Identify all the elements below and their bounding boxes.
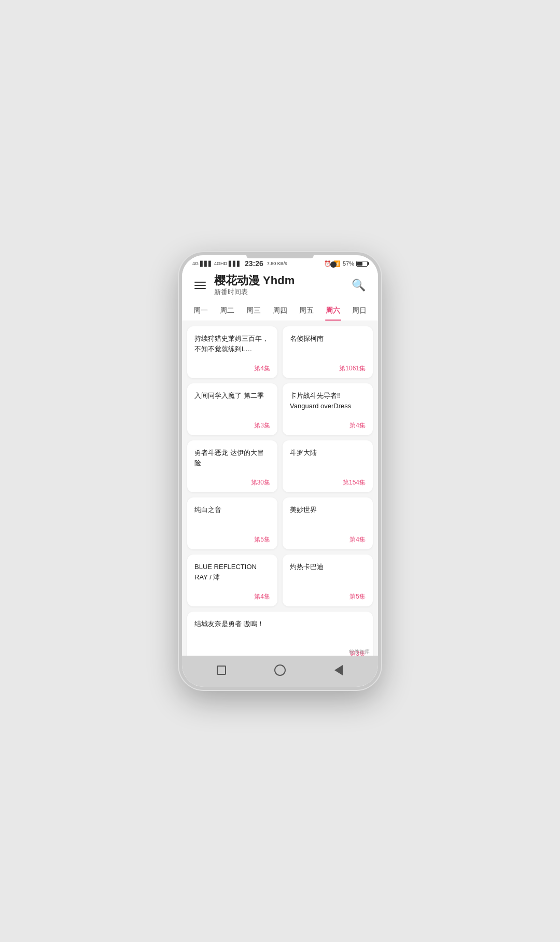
tab-friday[interactable]: 周五 (293, 302, 320, 321)
anime-card-6[interactable]: 斗罗大陆 第154集 (283, 440, 373, 492)
network-speed: 7.80 KB/s (267, 261, 287, 266)
battery-icon (356, 261, 368, 267)
anime-card-4[interactable]: 卡片战斗先导者!! Vanguard overDress 第4集 (283, 383, 373, 435)
tab-tuesday[interactable]: 周二 (214, 302, 240, 321)
anime-episode-4: 第4集 (290, 421, 366, 430)
battery-percent: 57% (343, 260, 354, 267)
anime-card-8[interactable]: 美妙世界 第4集 (283, 497, 373, 549)
nav-bar (182, 656, 378, 687)
menu-line-3 (194, 288, 206, 289)
anime-episode-1: 第4集 (194, 364, 270, 373)
anime-title-2: 名侦探柯南 (290, 334, 366, 344)
anime-card-1[interactable]: 持续狩猎史莱姆三百年，不知不觉就练到L… 第4集 (187, 326, 277, 378)
search-button[interactable]: 🔍 (349, 276, 368, 294)
anime-title-11: 结城友奈是勇者 嗷嗚！ (194, 619, 366, 629)
anime-card-3[interactable]: 入间同学入魔了 第二季 第3集 (187, 383, 277, 435)
anime-title-8: 美妙世界 (290, 505, 366, 515)
app-title-block: 樱花动漫 Yhdm 新番时间表 (214, 274, 349, 297)
anime-episode-8: 第4集 (290, 535, 366, 544)
nav-recent-button[interactable] (212, 661, 231, 680)
anime-title-9: BLUE REFLECTION RAY / 澪 (194, 562, 270, 582)
menu-line-2 (194, 285, 206, 286)
anime-episode-6: 第154集 (290, 478, 366, 487)
anime-episode-7: 第5集 (194, 535, 270, 544)
camera (330, 261, 337, 268)
tab-thursday[interactable]: 周四 (267, 302, 293, 321)
status-time: 23:26 (245, 259, 263, 268)
anime-title-3: 入间同学入魔了 第二季 (194, 391, 270, 401)
anime-title-4: 卡片战斗先导者!! Vanguard overDress (290, 391, 366, 411)
app-title: 樱花动漫 Yhdm (214, 274, 349, 287)
anime-episode-9: 第4集 (194, 592, 270, 601)
anime-title-5: 勇者斗恶龙 达伊的大冒险 (194, 448, 270, 468)
app-subtitle: 新番时间表 (214, 287, 349, 297)
status-bar: 4G ▋▋▋ 4GHD ▋▋▋ 23:26 7.80 KB/s ⏰ 📶 57% (182, 255, 378, 270)
signal-bars-1: ▋▋▋ (200, 261, 213, 267)
watermark-text: 软件智库 (349, 648, 370, 656)
anime-episode-11: 第3集 (194, 649, 366, 656)
anime-card-10[interactable]: 灼热卡巴迪 第5集 (283, 555, 373, 606)
anime-card-7[interactable]: 纯白之音 第5集 (187, 497, 277, 549)
content-area: 持续狩猎史莱姆三百年，不知不觉就练到L… 第4集 名侦探柯南 第1061集 入间… (182, 321, 378, 656)
tab-wednesday[interactable]: 周三 (240, 302, 267, 321)
anime-episode-3: 第3集 (194, 421, 270, 430)
nav-home-button[interactable] (271, 661, 289, 680)
anime-title-1: 持续狩猎史莱姆三百年，不知不觉就练到L… (194, 334, 270, 354)
anime-title-7: 纯白之音 (194, 505, 270, 515)
anime-card-9[interactable]: BLUE REFLECTION RAY / 澪 第4集 (187, 555, 277, 606)
anime-title-10: 灼热卡巴迪 (290, 562, 366, 572)
signal-bars-2: ▋▋▋ (229, 261, 241, 267)
anime-card-11[interactable]: 结城友奈是勇者 嗷嗚！ 第3集 (187, 612, 373, 656)
anime-title-6: 斗罗大陆 (290, 448, 366, 458)
tab-sunday[interactable]: 周日 (346, 302, 373, 321)
tab-saturday[interactable]: 周六 (320, 302, 346, 321)
anime-episode-5: 第30集 (194, 478, 270, 487)
status-left: 4G ▋▋▋ 4GHD ▋▋▋ 23:26 7.80 KB/s (192, 259, 287, 268)
nav-square-icon (217, 666, 226, 675)
nav-back-button[interactable] (329, 661, 348, 680)
nav-circle-icon (274, 664, 286, 676)
anime-episode-2: 第1061集 (290, 364, 366, 373)
app-header: 樱花动漫 Yhdm 新番时间表 🔍 (182, 270, 378, 300)
menu-line-1 (194, 282, 206, 283)
signal-4g: 4G (192, 261, 199, 266)
nav-back-icon (334, 665, 343, 675)
anime-card-5[interactable]: 勇者斗恶龙 达伊的大冒险 第30集 (187, 440, 277, 492)
phone-frame: 4G ▋▋▋ 4GHD ▋▋▋ 23:26 7.80 KB/s ⏰ 📶 57% … (179, 252, 381, 690)
battery-fill (357, 262, 362, 266)
anime-episode-10: 第5集 (290, 592, 366, 601)
anime-grid: 持续狩猎史莱姆三百年，不知不觉就练到L… 第4集 名侦探柯南 第1061集 入间… (187, 326, 373, 656)
day-tabs: 周一 周二 周三 周四 周五 周六 周日 (182, 300, 378, 321)
tab-monday[interactable]: 周一 (187, 302, 214, 321)
anime-card-2[interactable]: 名侦探柯南 第1061集 (283, 326, 373, 378)
watermark: 软件智库 (349, 648, 370, 656)
signal-4ghd: 4GHD (214, 261, 227, 266)
menu-button[interactable] (192, 280, 208, 291)
